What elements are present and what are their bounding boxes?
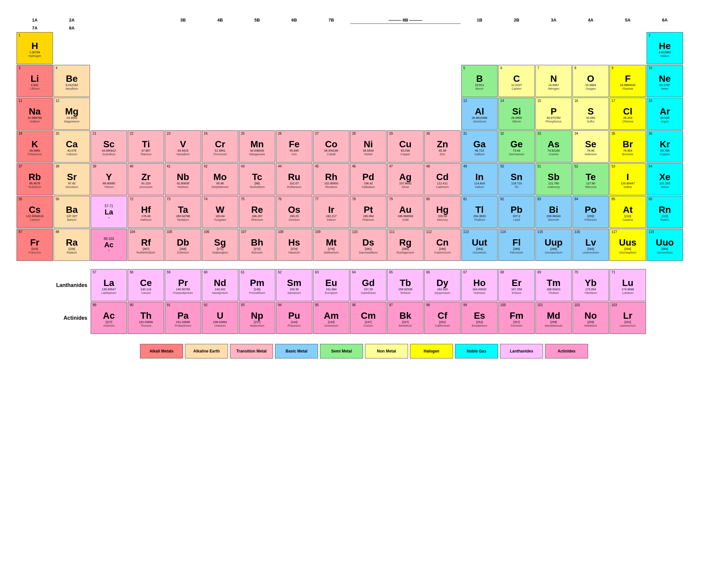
element-s[interactable]: 16S32.065Sulfur bbox=[572, 98, 609, 130]
element-pu[interactable]: 94Pu[244]Plutonium bbox=[276, 302, 312, 334]
element-rf[interactable]: 104Rf[267]Rutherfordium bbox=[128, 229, 164, 261]
element-cn[interactable]: 112Cn[285]Copernicium bbox=[424, 229, 461, 261]
element-sm[interactable]: 62Sm150.36Samarium bbox=[276, 269, 312, 301]
element-n[interactable]: 7N14.0067Nitrogen bbox=[535, 65, 572, 97]
element-pa[interactable]: 91Pa231.03588Protactinium bbox=[165, 302, 201, 334]
element-ac[interactable]: 89Ac[227]Actinium bbox=[91, 302, 127, 334]
element-w[interactable]: 74W183.84Tungsten bbox=[202, 196, 238, 228]
element-as[interactable]: 33As74.92160Arsenic bbox=[535, 130, 572, 163]
element-eu[interactable]: 63Eu151.964Europium bbox=[313, 269, 349, 301]
element-lu[interactable]: 71Lu174.9668Lutetium bbox=[610, 269, 646, 301]
element-si[interactable]: 14Si28.0855Silicon bbox=[498, 98, 535, 130]
element-in[interactable]: 49In114.818Indium bbox=[461, 163, 498, 195]
element-zn[interactable]: 30Zn65.38Zinc bbox=[424, 130, 461, 163]
element-nb[interactable]: 41Nb92.90638Niobium bbox=[165, 163, 201, 195]
element-hg[interactable]: 80Hg200.59Mercury bbox=[424, 196, 461, 228]
element-ne[interactable]: 10Ne20.1797Neon bbox=[647, 65, 683, 97]
element-cu[interactable]: 29Cu63.546Copper bbox=[387, 130, 424, 163]
element-rg[interactable]: 111Rg[280]Roentgenium bbox=[387, 229, 424, 261]
element-he[interactable]: 2He4.002602Helium bbox=[647, 32, 683, 64]
element-ru[interactable]: 44Ru101.07Ruthenium bbox=[276, 163, 312, 195]
element-ra[interactable]: 88Ra[226]Radium bbox=[54, 229, 90, 261]
element-k[interactable]: 19K39.0983Potassium bbox=[17, 130, 53, 163]
element-pm[interactable]: 61Pm[145]Promethium bbox=[239, 269, 275, 301]
element-al[interactable]: 13Al26.9815386Aluminum bbox=[461, 98, 498, 130]
element-se[interactable]: 34Se78.96Selenium bbox=[572, 130, 609, 163]
element-at[interactable]: 85At[210]Astatine bbox=[610, 196, 646, 228]
element-nd[interactable]: 60Nd144.242Neodymium bbox=[202, 269, 238, 301]
element-md[interactable]: 101Md[258]Mendelevium bbox=[535, 302, 572, 334]
element-er[interactable]: 68Er167.259Erbium bbox=[498, 269, 535, 301]
element-o[interactable]: 8O15.9994Oxygen bbox=[572, 65, 609, 97]
element-ge[interactable]: 32Ge72.64Germanium bbox=[498, 130, 535, 163]
element-fe[interactable]: 26Fe55.845Iron bbox=[276, 130, 312, 163]
element-cs[interactable]: 55Cs132.9054519Cesium bbox=[17, 196, 53, 228]
element-pr[interactable]: 59Pr140.90765Praseodymium bbox=[165, 269, 201, 301]
element-cm[interactable]: 96Cm[247]Curium bbox=[350, 302, 387, 334]
element-mt[interactable]: 109Mt[276]Meitnerium bbox=[313, 229, 349, 261]
element-ho[interactable]: 67Ho164.93032Holmium bbox=[461, 269, 498, 301]
element-uut[interactable]: 113Uut[284]Ununtrium bbox=[461, 229, 498, 261]
element-bh[interactable]: 107Bh[272]Bohrium bbox=[239, 229, 275, 261]
element-mn[interactable]: 25Mn54.938045Manganese bbox=[239, 130, 275, 163]
element-ba[interactable]: 56Ba137.327Barium bbox=[54, 196, 90, 228]
element-ti[interactable]: 22Ti47.867Titanium bbox=[128, 130, 164, 163]
element-ir[interactable]: 77Ir192.217Iridium bbox=[313, 196, 349, 228]
element-es[interactable]: 99Es[252]Einsteinium bbox=[461, 302, 498, 334]
element-pd[interactable]: 46Pd106.42Palladium bbox=[350, 163, 387, 195]
element-am[interactable]: 95Am[243]Americium bbox=[313, 302, 349, 334]
element-fr[interactable]: 87Fr[223]Francium bbox=[17, 229, 53, 261]
element-no[interactable]: 102No[259]Nobelium bbox=[572, 302, 609, 334]
element-be[interactable]: 4Be9.012182Beryllium bbox=[54, 65, 90, 97]
element-b[interactable]: 5B10.811Boron bbox=[461, 65, 498, 97]
element-xe[interactable]: 54Xe131.293Xenon bbox=[647, 163, 683, 195]
element-rh[interactable]: 45Rh102.90550Rhodium bbox=[313, 163, 349, 195]
element-tm[interactable]: 69Tm168.93421Thulium bbox=[535, 269, 572, 301]
element-li[interactable]: 3Li6.941Lithium bbox=[17, 65, 53, 97]
element-ag[interactable]: 47Ag107.8682Silver bbox=[387, 163, 424, 195]
element-ar[interactable]: 18Ar39.948Argon bbox=[647, 98, 683, 130]
element-os[interactable]: 76Os190.23Osmium bbox=[276, 196, 312, 228]
element-ce[interactable]: 58Ce140.116Cerium bbox=[128, 269, 164, 301]
element-zr[interactable]: 40Zr91.224Zirconium bbox=[128, 163, 164, 195]
element-sn[interactable]: 50Sn118.710Tin bbox=[498, 163, 535, 195]
element-ni[interactable]: 28Ni58.6934Nickel bbox=[350, 130, 387, 163]
element-ds[interactable]: 110Ds[281]Darmstadtium bbox=[350, 229, 387, 261]
element-v[interactable]: 23V50.9415Vanadium bbox=[165, 130, 201, 163]
element-u[interactable]: 92U238.02891Uranium bbox=[202, 302, 238, 334]
element-na[interactable]: 11Na22.989769Sodium bbox=[17, 98, 53, 130]
element-cf[interactable]: 98Cf[251]Californium bbox=[424, 302, 461, 334]
element-rb[interactable]: 37Rb85.4678Rubidium bbox=[17, 163, 53, 195]
element-hs[interactable]: 108Hs[270]Hassium bbox=[276, 229, 312, 261]
element-re[interactable]: 75Re186.207Rhenium bbox=[239, 196, 275, 228]
element-pt[interactable]: 78Pt195.084Platinum bbox=[350, 196, 387, 228]
element-po[interactable]: 84Po[209]Polonium bbox=[572, 196, 609, 228]
element-h[interactable]: 1H1.00794Hydrogen bbox=[17, 32, 53, 64]
element-bi[interactable]: 83Bi208.98040Bismuth bbox=[535, 196, 572, 228]
element-mg[interactable]: 12Mg24.3050Magnesium bbox=[54, 98, 90, 130]
element-i[interactable]: 53I126.90447Iodine bbox=[610, 163, 646, 195]
element-au[interactable]: 79Au196.966569Gold bbox=[387, 196, 424, 228]
element-br[interactable]: 35Br79.904Bromine bbox=[610, 130, 646, 163]
element-dy[interactable]: 66Dy162.500Dysprosium bbox=[424, 269, 461, 301]
element-yb[interactable]: 70Yb173.054Ytterbium bbox=[572, 269, 609, 301]
element-uup[interactable]: 115Uup[289]Ununpentium bbox=[535, 229, 572, 261]
element-p[interactable]: 15P30.973782Phosphorus bbox=[535, 98, 572, 130]
element-la[interactable]: 57La138.90547Lanthanum bbox=[91, 269, 127, 301]
element-uuo[interactable]: 118Uuo[294]Ununoctium bbox=[647, 229, 683, 261]
element-ga[interactable]: 31Ga69.723Gallium bbox=[461, 130, 498, 163]
element-tb[interactable]: 65Tb158.92535Terbium bbox=[387, 269, 424, 301]
element-tc[interactable]: 43Tc[98]Technetium bbox=[239, 163, 275, 195]
element-sr[interactable]: 38Sr87.62Strontium bbox=[54, 163, 90, 195]
element-co[interactable]: 27Co58.933195Cobalt bbox=[313, 130, 349, 163]
element-rn[interactable]: 86Rn[222]Radon bbox=[647, 196, 683, 228]
element-ca[interactable]: 20Ca40.078Calcium bbox=[54, 130, 90, 163]
element-sc[interactable]: 21Sc44.955912Scandium bbox=[91, 130, 127, 163]
element-db[interactable]: 105Db[268]Dubnium bbox=[165, 229, 201, 261]
element-hf[interactable]: 72Hf178.49Hafnium bbox=[128, 196, 164, 228]
element-th[interactable]: 90Th232.03806Thorium bbox=[128, 302, 164, 334]
element-sb[interactable]: 51Sb121.760Antimony bbox=[535, 163, 572, 195]
element-f[interactable]: 9F18.9984032Fluorine bbox=[610, 65, 646, 97]
element-cl[interactable]: 17Cl35.453Chlorine bbox=[610, 98, 646, 130]
element-fl[interactable]: 114Fl[289]Flerovium bbox=[498, 229, 535, 261]
